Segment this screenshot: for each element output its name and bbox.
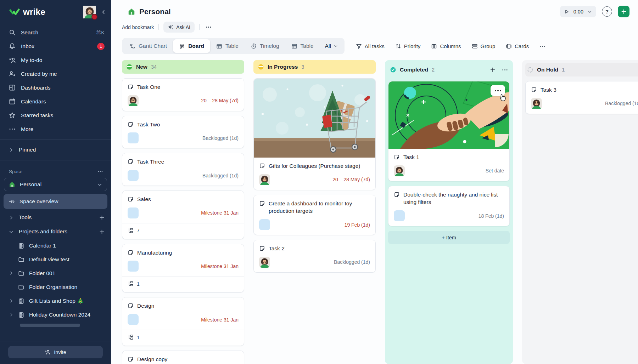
task-card-task-2[interactable]: Task 2Backlogged (1d) <box>253 240 376 273</box>
task-card-task-one[interactable]: Task One20 – 28 May (7d) <box>122 78 244 111</box>
column-name: Completed <box>400 67 428 73</box>
filter-columns[interactable]: Columns <box>431 43 461 49</box>
assignee-avatar[interactable] <box>531 98 542 109</box>
card-subitems[interactable]: 1 <box>122 330 244 341</box>
card-date[interactable]: Backlogged (1d) <box>202 173 239 178</box>
column-header-in-progress[interactable]: In Progress3 <box>253 60 376 74</box>
gantt-icon <box>129 43 135 49</box>
invite-button[interactable]: Invite <box>8 346 103 358</box>
header-more-button[interactable] <box>204 24 213 30</box>
card-date[interactable]: Milestone 31 Jan <box>201 263 239 269</box>
card-date[interactable]: Set date <box>486 168 504 174</box>
card-menu-button[interactable] <box>491 85 505 96</box>
sidebar-item-search[interactable]: Search⌘K <box>0 25 111 39</box>
play-icon[interactable] <box>564 9 569 14</box>
add-task-icon[interactable] <box>490 67 496 73</box>
card-date[interactable]: Milestone 31 Jan <box>201 210 239 216</box>
card-subitems[interactable]: 7 <box>122 223 244 234</box>
filter-more-button[interactable] <box>539 43 545 49</box>
task-card-task-1[interactable]: Task 1Set date <box>388 81 510 181</box>
add-assignee-button[interactable]: undefined <box>128 207 139 218</box>
sidebar-item-starred-tasks[interactable]: Starred tasks <box>0 108 111 122</box>
create-new-button[interactable] <box>618 6 629 17</box>
assignee-avatar[interactable] <box>259 257 270 268</box>
add-assignee-button[interactable]: undefined <box>128 132 139 143</box>
time-tracker[interactable]: 0:00 <box>560 6 596 17</box>
sidebar-item-pinned[interactable]: Pinned <box>0 143 111 157</box>
space-menu-icon[interactable] <box>97 169 103 174</box>
task-card-design-copy[interactable]: Design copy <box>122 351 244 364</box>
task-card-gifts-for-colleagues-purchase-stage[interactable]: Gifts for Colleagues (Purchase stage)20 … <box>253 78 376 190</box>
assignee-avatar[interactable] <box>128 95 139 106</box>
sidebar-item-default-view-test[interactable]: Default view test <box>0 252 111 266</box>
column-header-completed[interactable]: Completed2 <box>388 63 510 76</box>
sidebar-item-label: Dashboards <box>21 85 51 91</box>
sidebar-item-inbox[interactable]: Inbox1 <box>0 39 111 53</box>
card-date[interactable]: 20 – 28 May (7d) <box>332 177 370 182</box>
user-avatar[interactable] <box>83 6 96 18</box>
filter-cards[interactable]: Cards <box>506 43 529 49</box>
add-assignee-button[interactable]: undefined <box>259 219 270 230</box>
card-date[interactable]: Milestone 31 Jan <box>201 317 239 323</box>
sidebar-item-space-overview[interactable]: Space overview <box>4 194 107 209</box>
task-card-task-3[interactable]: Task 3Backlogged (1d) <box>525 81 638 114</box>
task-card-task-three[interactable]: Task ThreeundefinedBacklogged (1d) <box>122 153 244 186</box>
wrike-logo-text: wrike <box>23 7 45 17</box>
add-bookmark-button[interactable]: Add bookmark <box>122 24 154 30</box>
sidebar-item-gift-lists-and-shop[interactable]: Gift Lists and Shop 🎄 <box>0 294 111 308</box>
card-subitems[interactable]: 1 <box>122 276 244 288</box>
card-date[interactable]: Backlogged (1d) <box>202 135 239 141</box>
collapse-sidebar-icon[interactable] <box>101 10 106 15</box>
card-date[interactable]: Backlogged (1d) <box>605 101 638 106</box>
task-card-design[interactable]: DesignundefinedMilestone 31 Jan1 <box>122 297 244 346</box>
column-menu-icon[interactable] <box>502 67 508 73</box>
task-card-task-two[interactable]: Task TwoundefinedBacklogged (1d) <box>122 116 244 149</box>
card-date[interactable]: 19 Feb (1d) <box>345 222 370 228</box>
task-card-create-a-dashboard-to-monitor-toy-production-targets[interactable]: Create a dashboard to monitor toy produc… <box>253 195 376 235</box>
sidebar-item-created-by-me[interactable]: Created by me <box>0 67 111 81</box>
filter-group[interactable]: Group <box>472 43 496 49</box>
card-date[interactable]: 20 – 28 May (7d) <box>201 98 239 103</box>
tab-board[interactable]: Board <box>173 39 210 53</box>
chevron-down-icon[interactable] <box>588 10 592 14</box>
sidebar-item-dashboards[interactable]: Dashboards <box>0 81 111 95</box>
sidebar-item-calendar-1[interactable]: Calendar 1 <box>0 239 111 252</box>
sidebar-item-folder-001[interactable]: Folder 001 <box>0 266 111 280</box>
add-assignee-button[interactable]: undefined <box>394 210 405 221</box>
help-button[interactable]: ? <box>602 6 612 17</box>
assignee-avatar[interactable] <box>259 174 270 185</box>
add-assignee-button[interactable]: undefined <box>128 314 139 325</box>
card-title: Manufacturing <box>137 249 172 257</box>
tab-timelog[interactable]: Timelog <box>245 39 285 53</box>
add-tool-icon[interactable] <box>99 215 105 220</box>
tab-gantt-chart[interactable]: Gantt Chart <box>123 39 173 53</box>
assignee-avatar[interactable] <box>394 165 405 176</box>
task-card-double-check-the-naughty-and-nice-list-using-filters[interactable]: Double-check the naughty and nice list u… <box>388 186 510 226</box>
sidebar-item-holiday-countdown-2024[interactable]: Holiday Countdown 2024 <box>0 308 111 322</box>
sidebar-item-more[interactable]: More <box>0 122 111 136</box>
sidebar-item-tools[interactable]: Tools <box>0 210 111 224</box>
add-project-icon[interactable] <box>99 229 105 234</box>
sidebar-item-folder-organisation[interactable]: Folder Organisation <box>0 280 111 294</box>
task-card-sales[interactable]: SalesundefinedMilestone 31 Jan7 <box>122 190 244 239</box>
views-all-dropdown[interactable]: All <box>320 43 343 49</box>
wrike-logo[interactable]: wrike <box>9 7 45 17</box>
add-assignee-button[interactable]: undefined <box>128 261 139 272</box>
task-card-manufacturing[interactable]: ManufacturingundefinedMilestone 31 Jan1 <box>122 244 244 293</box>
tab-table[interactable]: Table <box>285 39 320 53</box>
tab-table[interactable]: Table <box>210 39 245 53</box>
card-date[interactable]: Backlogged (1d) <box>334 259 370 265</box>
space-selector[interactable]: Personal <box>4 178 107 191</box>
card-date[interactable]: 18 Feb (1d) <box>478 213 504 219</box>
sidebar-item-label: My to-do <box>21 57 42 63</box>
column-header-new[interactable]: New34 <box>122 60 244 74</box>
filter-all-tasks[interactable]: All tasks <box>356 43 385 49</box>
sidebar-item-projects-and-folders[interactable]: Projects and folders <box>0 224 111 239</box>
add-item-button[interactable]: + Item <box>388 231 510 244</box>
sidebar-item-my-to-do[interactable]: My to-do <box>0 53 111 67</box>
ask-ai-button[interactable]: Ask AI <box>163 22 195 33</box>
sidebar-item-calendars[interactable]: Calendars <box>0 95 111 108</box>
filter-priority[interactable]: Priority <box>395 43 421 49</box>
column-header-on-hold[interactable]: On Hold1 <box>525 63 638 76</box>
add-assignee-button[interactable]: undefined <box>128 170 139 181</box>
